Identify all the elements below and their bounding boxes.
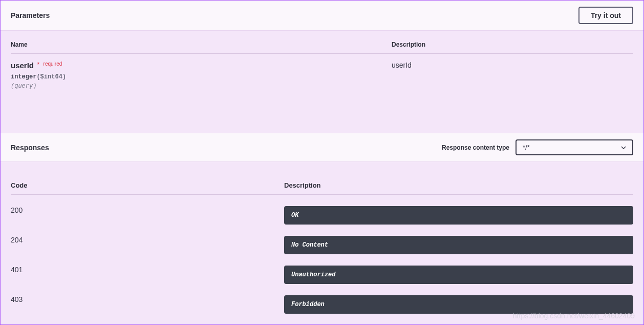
response-row: 204 No Content xyxy=(11,236,633,254)
parameters-table-header: Name Description xyxy=(11,41,633,54)
response-description-cell: OK xyxy=(284,206,633,225)
parameter-name-line: userId * required xyxy=(11,61,392,70)
response-description-cell: No Content xyxy=(284,236,633,254)
response-content-type-label: Response content type xyxy=(442,144,509,151)
content-type-value: */* xyxy=(523,144,530,151)
content-type-select[interactable]: */* xyxy=(516,139,633,155)
parameter-type-line: integer($int64) xyxy=(11,73,392,80)
try-it-out-button[interactable]: Try it out xyxy=(578,7,633,24)
required-star-icon: * xyxy=(37,61,39,68)
column-header-description: Description xyxy=(392,41,633,48)
parameter-row: userId * required integer($int64) (query… xyxy=(11,54,633,90)
response-code: 403 xyxy=(11,295,284,303)
response-row: 403 Forbidden xyxy=(11,295,633,314)
parameter-name: userId xyxy=(11,61,34,70)
responses-header: Responses Response content type */* xyxy=(1,133,643,162)
parameter-type: integer xyxy=(11,73,36,80)
column-header-name: Name xyxy=(11,41,392,48)
responses-table-header: Code Description xyxy=(11,181,633,195)
response-description-cell: Forbidden xyxy=(284,295,633,314)
parameters-table: Name Description userId * required integ… xyxy=(11,41,633,90)
response-code: 200 xyxy=(11,206,284,214)
response-description: No Content xyxy=(284,236,633,254)
column-header-code: Code xyxy=(11,181,284,189)
response-description-cell: Unauthorized xyxy=(284,266,633,284)
chevron-down-icon xyxy=(621,146,626,149)
responses-title: Responses xyxy=(11,144,49,152)
response-description: OK xyxy=(284,206,633,225)
parameter-location: (query) xyxy=(11,83,392,90)
response-content-type-group: Response content type */* xyxy=(442,139,633,155)
parameters-title: Parameters xyxy=(11,11,50,19)
response-description: Unauthorized xyxy=(284,266,633,284)
responses-body: Code Description 200 OK 204 No Content 4… xyxy=(1,162,643,324)
response-row: 401 Unauthorized xyxy=(11,266,633,284)
parameters-header: Parameters Try it out xyxy=(1,1,643,31)
parameters-body: Name Description userId * required integ… xyxy=(1,31,643,100)
response-row: 200 OK xyxy=(11,206,633,225)
parameter-name-cell: userId * required integer($int64) (query… xyxy=(11,61,392,90)
parameter-format: ($int64) xyxy=(36,73,66,80)
response-description: Forbidden xyxy=(284,295,633,314)
required-label: required xyxy=(44,61,62,67)
response-code: 204 xyxy=(11,236,284,244)
column-header-resp-description: Description xyxy=(284,181,633,189)
response-code: 401 xyxy=(11,266,284,274)
parameter-description: userId xyxy=(392,61,633,90)
